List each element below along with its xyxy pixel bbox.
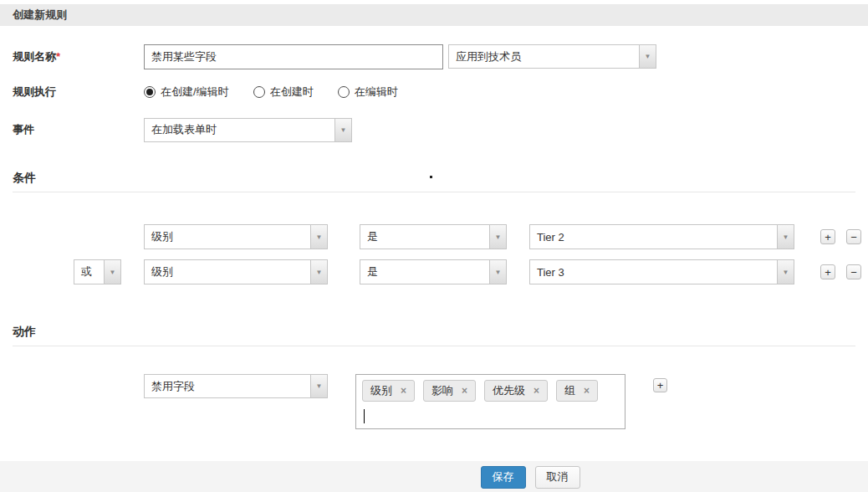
dropdown-arrow-icon[interactable]: ▼	[310, 260, 327, 284]
operator-slot: 或 ▼	[13, 259, 144, 284]
dropdown-arrow-icon[interactable]: ▼	[777, 260, 794, 284]
conditions-heading: 条件	[13, 171, 855, 192]
field-tag: 优先级 ×	[484, 380, 548, 402]
stray-dot	[430, 176, 432, 178]
rule-name-input[interactable]	[144, 44, 443, 69]
dropdown-arrow-icon[interactable]: ▼	[310, 225, 327, 249]
text-cursor	[364, 409, 365, 423]
remove-tag-icon[interactable]: ×	[401, 386, 406, 396]
dropdown-arrow-icon[interactable]: ▼	[104, 260, 120, 284]
remove-tag-icon[interactable]: ×	[534, 386, 539, 396]
condition-operator-select[interactable]: 或 ▼	[74, 259, 121, 284]
condition-field-select[interactable]: 级别 ▼	[144, 224, 328, 249]
field-tag: 影响 ×	[423, 380, 476, 402]
radio-unselected-icon[interactable]	[253, 86, 265, 98]
add-condition-button[interactable]: +	[820, 229, 835, 244]
remove-tag-icon[interactable]: ×	[462, 386, 467, 396]
rule-execution-row: 规则执行 在创建/编辑时 在创建时 在编辑时	[13, 84, 855, 100]
dropdown-arrow-icon[interactable]: ▼	[310, 375, 327, 397]
field-tag: 组 ×	[556, 380, 598, 402]
condition-comparator-select[interactable]: 是 ▼	[360, 259, 507, 284]
field-tag-list: 级别 × 影响 × 优先级 × 组 ×	[362, 380, 619, 402]
disabled-fields-input[interactable]: 级别 × 影响 × 优先级 × 组 ×	[355, 374, 625, 429]
radio-unselected-icon[interactable]	[338, 86, 350, 98]
add-action-button[interactable]: +	[653, 378, 667, 392]
dropdown-arrow-icon[interactable]: ▼	[489, 260, 506, 284]
action-type-select[interactable]: 禁用字段 ▼	[144, 374, 328, 398]
field-tag: 级别 ×	[362, 380, 415, 402]
rule-execution-label: 规则执行	[13, 85, 144, 100]
cancel-button[interactable]: 取消	[535, 466, 580, 489]
actions-heading: 动作	[13, 325, 855, 346]
radio-on-edit[interactable]: 在编辑时	[338, 85, 398, 100]
radio-on-create[interactable]: 在创建时	[253, 85, 314, 100]
dropdown-arrow-icon[interactable]: ▼	[639, 45, 656, 68]
create-rule-page: 创建新规则 规则名称* 应用到技术员 ▼ 规则执行 在创建/编辑时 在创建时	[0, 0, 868, 492]
apply-to-select[interactable]: 应用到技术员 ▼	[448, 44, 656, 69]
condition-value-select[interactable]: Tier 3 ▼	[529, 259, 794, 284]
radio-on-create-edit[interactable]: 在创建/编辑时	[144, 85, 229, 100]
radio-selected-icon[interactable]	[144, 86, 156, 98]
save-button[interactable]: 保存	[481, 466, 526, 489]
condition-value-select[interactable]: Tier 2 ▼	[529, 224, 794, 249]
execution-radio-group: 在创建/编辑时 在创建时 在编辑时	[144, 85, 398, 100]
page-title: 创建新规则	[0, 4, 868, 26]
remove-tag-icon[interactable]: ×	[584, 386, 590, 396]
event-label: 事件	[13, 122, 144, 137]
condition-field-select[interactable]: 级别 ▼	[144, 259, 328, 284]
event-row: 事件 在加载表单时 ▼	[13, 117, 855, 142]
action-row: 禁用字段 ▼ 级别 × 影响 × 优先级 ×	[13, 374, 855, 429]
required-asterisk: *	[56, 50, 60, 63]
rule-form: 规则名称* 应用到技术员 ▼ 规则执行 在创建/编辑时 在创建时	[0, 44, 868, 429]
event-select[interactable]: 在加载表单时 ▼	[144, 118, 352, 142]
remove-condition-button[interactable]: −	[846, 229, 861, 244]
dropdown-arrow-icon[interactable]: ▼	[777, 225, 794, 249]
footer-buttons: 保存 取消	[481, 466, 580, 489]
condition-row-1: 级别 ▼ 是 ▼ Tier 2 ▼ + −	[13, 224, 855, 249]
remove-condition-button[interactable]: −	[846, 264, 861, 279]
rule-name-label: 规则名称*	[13, 49, 144, 64]
rule-name-row: 规则名称* 应用到技术员 ▼	[13, 44, 855, 69]
dropdown-arrow-icon[interactable]: ▼	[489, 225, 506, 249]
dropdown-arrow-icon[interactable]: ▼	[334, 119, 351, 141]
footer-bar: 保存 取消	[0, 461, 868, 492]
condition-comparator-select[interactable]: 是 ▼	[360, 224, 507, 249]
add-condition-button[interactable]: +	[820, 264, 835, 279]
condition-row-2: 或 ▼ 级别 ▼ 是 ▼ Tier 3 ▼ + −	[13, 259, 855, 284]
